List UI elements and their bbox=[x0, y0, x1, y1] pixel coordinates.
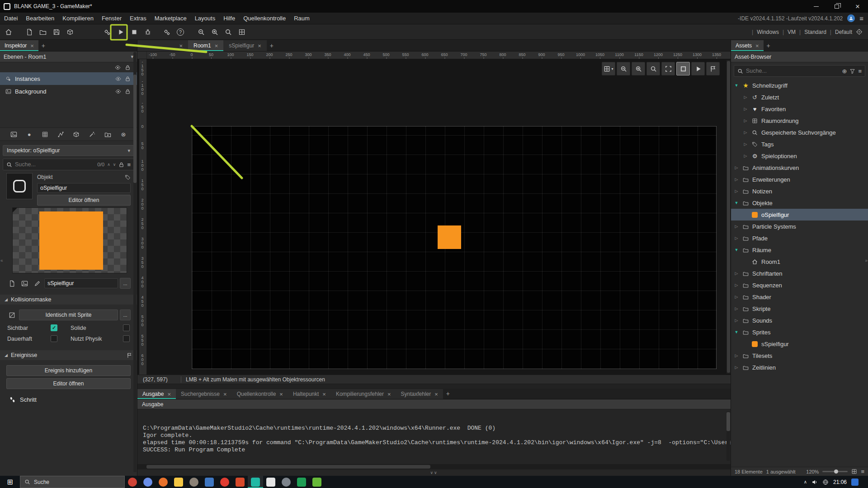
canvas-tool-button[interactable] bbox=[661, 62, 675, 75]
asset-tree-item[interactable]: ▷ ⚙ Spieloptionen bbox=[731, 150, 868, 162]
asset-tree-item[interactable]: ▼ Objekte bbox=[731, 197, 868, 209]
layer-row[interactable]: Background bbox=[0, 85, 137, 98]
output-tab[interactable]: Suchergebnisse × bbox=[176, 389, 232, 399]
flag-checkbox[interactable] bbox=[123, 335, 130, 342]
taskbar-app-icon[interactable] bbox=[248, 476, 263, 488]
taskbar-search[interactable]: Suche bbox=[20, 476, 125, 488]
open-object-editor-button[interactable]: Editor öffnen bbox=[37, 195, 131, 206]
scrollbar-thumb[interactable] bbox=[133, 75, 137, 183]
tab-assets[interactable]: Assets × bbox=[731, 40, 764, 51]
asset-search[interactable]: Suche... ⊕ ≡ bbox=[734, 65, 865, 77]
canvas-tool-button[interactable] bbox=[646, 62, 660, 75]
maximize-button[interactable] bbox=[826, 0, 847, 13]
object-name-input[interactable] bbox=[37, 183, 131, 193]
build-target-item[interactable]: Standard bbox=[799, 29, 826, 35]
add-tile-layer-button[interactable] bbox=[39, 129, 50, 140]
panel-splitter[interactable] bbox=[137, 384, 731, 389]
volume-icon[interactable] bbox=[811, 479, 818, 485]
search-next-button[interactable]: ∨ bbox=[113, 162, 116, 167]
tray-expand-icon[interactable]: ∧ bbox=[804, 479, 807, 484]
close-button[interactable]: ✕ bbox=[847, 0, 868, 13]
help-button[interactable]: ? bbox=[175, 26, 186, 38]
object-thumbnail[interactable] bbox=[6, 173, 33, 199]
tree-expander[interactable]: ▼ bbox=[734, 248, 739, 252]
sprite-name-input[interactable] bbox=[44, 278, 118, 288]
taskbar-clock[interactable]: 21:06 bbox=[833, 479, 847, 485]
close-tab-icon[interactable]: × bbox=[387, 391, 391, 398]
tree-expander[interactable]: ▷ bbox=[743, 95, 748, 99]
asset-tree-item[interactable]: ▷ Sounds bbox=[731, 314, 868, 326]
tree-expander[interactable]: ▷ bbox=[743, 107, 748, 111]
tray-app-icon[interactable] bbox=[851, 479, 859, 486]
save-project-button[interactable] bbox=[51, 26, 62, 38]
layers-header[interactable]: Ebenen - Room1 ▾ bbox=[0, 52, 137, 62]
close-tab-icon[interactable]: × bbox=[322, 391, 326, 398]
add-path-layer-button[interactable] bbox=[55, 129, 66, 140]
zoom-in-button[interactable] bbox=[209, 26, 221, 38]
grid-view-icon[interactable] bbox=[851, 469, 857, 474]
home-button[interactable] bbox=[3, 26, 14, 38]
collapse-output-button[interactable]: ∨∨ bbox=[137, 469, 731, 476]
canvas-tool-button[interactable]: ▾ bbox=[602, 62, 615, 75]
tree-expander[interactable]: ▷ bbox=[734, 283, 739, 287]
layer-visibility-toggle[interactable] bbox=[115, 89, 121, 94]
add-effect-layer-button[interactable] bbox=[87, 129, 98, 140]
canvas-tool-button[interactable] bbox=[691, 62, 705, 75]
browser-options-icon[interactable]: ≡ bbox=[858, 68, 862, 74]
taskbar-app-icon[interactable] bbox=[263, 476, 278, 488]
menu-item[interactable]: Raum bbox=[290, 13, 314, 24]
zoom-out-button[interactable] bbox=[195, 26, 207, 38]
workspace-layout-button[interactable] bbox=[236, 26, 248, 38]
choose-sprite-button[interactable]: ... bbox=[120, 278, 131, 289]
minimize-button[interactable] bbox=[806, 0, 826, 13]
add-asset-icon[interactable]: ⊕ bbox=[842, 68, 847, 74]
canvas-scrollbar[interactable] bbox=[726, 60, 731, 374]
canvas-tool-button[interactable] bbox=[706, 62, 720, 75]
network-icon[interactable] bbox=[822, 479, 829, 485]
search-options-icon[interactable]: ≡ bbox=[127, 162, 131, 168]
layer-visibility-toggle[interactable] bbox=[115, 76, 121, 82]
close-tab-icon[interactable]: × bbox=[223, 391, 227, 398]
target-icon[interactable] bbox=[856, 28, 863, 35]
room-canvas[interactable]: -150-100-5005010015020025030035040045050… bbox=[137, 59, 731, 375]
room-grid[interactable] bbox=[192, 126, 717, 369]
start-button[interactable]: ⊞ bbox=[0, 476, 20, 488]
taskbar-app-icon[interactable] bbox=[156, 476, 171, 488]
flag-checkbox[interactable] bbox=[123, 324, 130, 331]
asset-tree-item[interactable]: Room1 bbox=[731, 256, 868, 267]
output-tab[interactable]: Haltepunkt × bbox=[288, 389, 331, 399]
asset-tree-item[interactable]: ▷ ↺ Zuletzt bbox=[731, 91, 868, 103]
asset-tree-item[interactable]: ▷ Particle Systems bbox=[731, 221, 868, 232]
asset-tree-item[interactable]: ▷ Sequenzen bbox=[731, 279, 868, 291]
build-target-item[interactable]: Windows bbox=[752, 29, 779, 35]
flag-checkbox[interactable] bbox=[51, 335, 57, 342]
scrollbar-thumb[interactable] bbox=[726, 412, 730, 431]
asset-tree-item[interactable]: ▷ Animationskurven bbox=[731, 162, 868, 174]
debug-button[interactable] bbox=[142, 26, 154, 38]
inspector-target-dropdown[interactable]: Inspektor: oSpielfigur ▾ bbox=[3, 145, 134, 156]
create-executable-button[interactable] bbox=[64, 26, 76, 38]
menu-item[interactable]: Bearbeiten bbox=[22, 13, 58, 24]
tree-expander[interactable]: ▷ bbox=[734, 306, 739, 311]
flag-checkbox[interactable]: ✓ bbox=[51, 324, 57, 331]
taskbar-app-icon[interactable] bbox=[202, 476, 217, 488]
taskbar-app-icon[interactable] bbox=[171, 476, 186, 488]
asset-tree-item[interactable]: ▷ Tags bbox=[731, 138, 868, 150]
zoom-slider[interactable] bbox=[822, 471, 848, 472]
tree-expander[interactable]: ▷ bbox=[743, 142, 748, 146]
open-project-button[interactable] bbox=[37, 26, 49, 38]
layer-lock-toggle[interactable] bbox=[125, 89, 131, 94]
tree-expander[interactable]: ▷ bbox=[734, 177, 739, 182]
search-prev-button[interactable]: ∧ bbox=[107, 162, 110, 167]
menu-item[interactable]: Kompilieren bbox=[58, 13, 98, 24]
taskbar-app-icon[interactable] bbox=[125, 476, 140, 488]
events-header[interactable]: ◢ Ereignisse bbox=[0, 350, 137, 360]
run-button[interactable] bbox=[115, 26, 127, 38]
tree-expander[interactable]: ▷ bbox=[734, 165, 739, 170]
clean-cache-button[interactable] bbox=[101, 26, 113, 38]
editor-tab[interactable]: Room1 × bbox=[188, 40, 223, 51]
menu-item[interactable]: Marketplace bbox=[151, 13, 191, 24]
event-item[interactable]: Schritt bbox=[0, 394, 137, 404]
tab-inspektor[interactable]: Inspektor × bbox=[0, 40, 38, 51]
asset-tree-item[interactable]: ▷ Raumordnung bbox=[731, 115, 868, 127]
